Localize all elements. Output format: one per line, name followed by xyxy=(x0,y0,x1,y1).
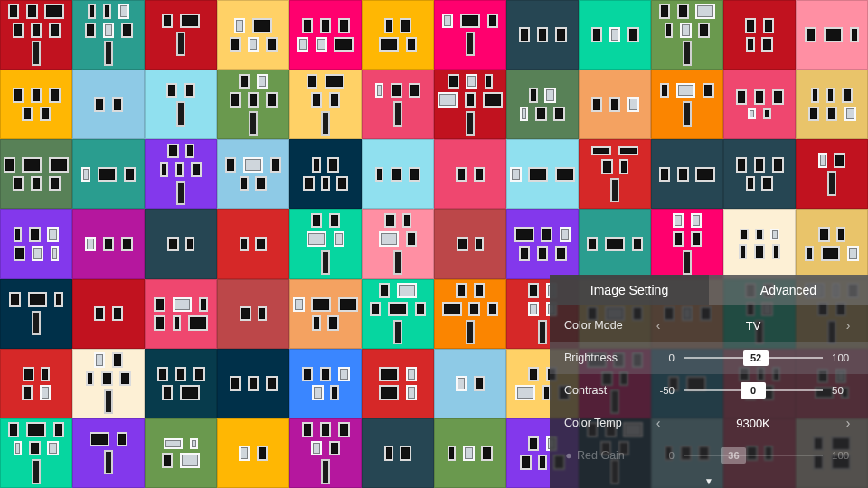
house-tile xyxy=(72,70,145,139)
selector-color-mode: ‹ TV › xyxy=(651,318,855,333)
max-brightness: 100 xyxy=(832,352,855,363)
label-contrast: Contrast xyxy=(564,384,642,397)
house-tile xyxy=(362,70,434,139)
house-tile xyxy=(145,139,217,209)
row-contrast[interactable]: Contrast -50 0 50 xyxy=(550,374,868,407)
chevron-right-icon[interactable]: › xyxy=(841,416,855,430)
house-tile xyxy=(0,209,72,278)
house-tile xyxy=(217,0,289,70)
house-tile xyxy=(289,209,362,278)
house-tile xyxy=(434,418,506,488)
tab-advanced[interactable]: Advanced xyxy=(709,275,868,305)
house-tile xyxy=(651,70,723,139)
house-tile xyxy=(217,349,289,418)
value-color-temp: 9300K xyxy=(665,417,841,430)
house-tile xyxy=(506,139,579,209)
house-tile xyxy=(723,209,796,278)
row-red-gain: ●Red Gain 0 36 100 xyxy=(550,439,868,472)
label-color-mode: Color Mode xyxy=(564,319,642,332)
row-brightness[interactable]: Brightness 0 52 100 xyxy=(550,342,868,374)
house-tile xyxy=(579,139,651,209)
slider-red-gain: 0 36 100 xyxy=(651,450,855,461)
house-tile xyxy=(579,70,651,139)
house-tile xyxy=(289,70,362,139)
slider-brightness[interactable]: 0 52 100 xyxy=(651,352,855,363)
track-contrast[interactable]: 0 xyxy=(684,389,823,391)
bullet-icon: ● xyxy=(564,449,573,462)
house-tile xyxy=(651,209,723,278)
house-tile xyxy=(217,209,289,278)
house-tile xyxy=(506,209,579,278)
row-color-temp[interactable]: Color Temp ‹ 9300K › xyxy=(550,407,868,439)
house-tile xyxy=(289,139,362,209)
chevron-left-icon[interactable]: ‹ xyxy=(651,318,665,333)
house-tile xyxy=(0,70,72,139)
osd-tabs: Image Setting Advanced xyxy=(550,275,868,305)
chevron-right-icon[interactable]: › xyxy=(841,318,855,333)
house-tile xyxy=(723,70,796,139)
house-tile xyxy=(506,70,579,139)
house-tile xyxy=(217,279,289,349)
house-tile xyxy=(145,70,217,139)
house-tile xyxy=(0,0,72,70)
house-tile xyxy=(362,139,434,209)
house-tile xyxy=(796,0,868,70)
house-tile xyxy=(289,418,362,488)
house-tile xyxy=(289,349,362,418)
osd-panel: Image Setting Advanced Color Mode ‹ TV ›… xyxy=(550,275,868,488)
house-tile xyxy=(434,70,506,139)
house-tile xyxy=(506,0,579,70)
house-tile xyxy=(362,209,434,278)
house-tile xyxy=(0,349,72,418)
house-tile xyxy=(434,279,506,349)
house-tile xyxy=(145,418,217,488)
house-tile xyxy=(289,279,362,349)
house-tile xyxy=(145,209,217,278)
house-tile xyxy=(434,209,506,278)
house-tile xyxy=(72,209,145,278)
house-tile xyxy=(434,349,506,418)
house-tile xyxy=(72,349,145,418)
house-tile xyxy=(72,418,145,488)
slider-contrast[interactable]: -50 0 50 xyxy=(651,385,855,396)
tab-image-setting[interactable]: Image Setting xyxy=(550,275,709,305)
house-tile xyxy=(217,139,289,209)
thumb-red-gain: 36 xyxy=(721,447,746,464)
house-tile xyxy=(796,70,868,139)
house-tile xyxy=(362,349,434,418)
house-tile xyxy=(579,209,651,278)
min-contrast: -50 xyxy=(651,385,675,396)
house-tile xyxy=(362,279,434,349)
house-tile xyxy=(723,139,796,209)
house-tile xyxy=(579,0,651,70)
chevron-left-icon[interactable]: ‹ xyxy=(651,416,665,430)
max-contrast: 50 xyxy=(832,385,855,396)
osd-rows: Color Mode ‹ TV › Brightness 0 52 100 Co… xyxy=(550,305,868,488)
house-tile xyxy=(796,209,868,278)
label-red-gain: ●Red Gain xyxy=(564,449,642,462)
row-color-mode[interactable]: Color Mode ‹ TV › xyxy=(550,309,868,342)
label-brightness: Brightness xyxy=(564,352,642,364)
house-tile xyxy=(145,0,217,70)
value-color-mode: TV xyxy=(665,319,841,333)
house-tile xyxy=(217,418,289,488)
house-tile xyxy=(217,70,289,139)
house-tile xyxy=(145,279,217,349)
house-tile xyxy=(651,0,723,70)
house-tile xyxy=(723,0,796,70)
max-red-gain: 100 xyxy=(832,450,855,461)
house-tile xyxy=(651,139,723,209)
house-tile xyxy=(796,139,868,209)
scroll-down-icon[interactable]: ▼ xyxy=(704,476,713,486)
house-tile xyxy=(72,279,145,349)
label-red-gain-text: Red Gain xyxy=(577,449,625,462)
house-tile xyxy=(72,0,145,70)
thumb-brightness[interactable]: 52 xyxy=(743,350,769,366)
min-red-gain: 0 xyxy=(651,450,675,461)
selector-color-temp: ‹ 9300K › xyxy=(651,416,855,430)
track-brightness[interactable]: 52 xyxy=(684,357,823,359)
thumb-contrast[interactable]: 0 xyxy=(741,382,766,399)
house-tile xyxy=(434,139,506,209)
house-tile xyxy=(0,139,72,209)
house-tile xyxy=(145,349,217,418)
